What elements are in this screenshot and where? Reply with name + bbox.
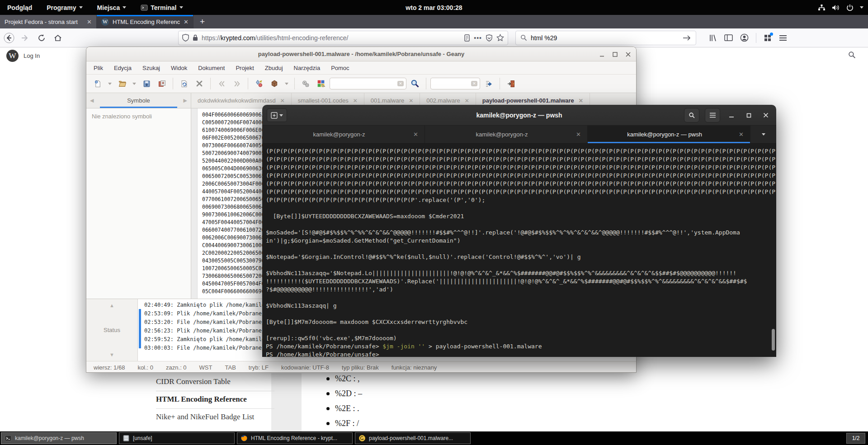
close-icon[interactable]: ✕	[184, 19, 189, 25]
sidebar-icon[interactable]	[724, 34, 733, 42]
close-icon[interactable]: ✕	[576, 131, 581, 138]
nav-forward-icon[interactable]	[230, 77, 244, 90]
build-icon[interactable]	[268, 77, 281, 90]
back-icon[interactable]	[2, 31, 16, 45]
execute-icon[interactable]	[299, 77, 312, 90]
nav-back-icon[interactable]	[215, 77, 228, 90]
extensions-icon[interactable]	[764, 34, 772, 42]
scroll-down-icon[interactable]: ▼	[109, 352, 114, 357]
tab-list-dropdown[interactable]	[750, 126, 776, 143]
page-search-icon[interactable]	[848, 51, 856, 59]
geany-titlebar[interactable]: payload-powershell-001.malware - /home/k…	[86, 47, 636, 61]
bookmark-star-icon[interactable]	[496, 34, 504, 42]
terminal-tab[interactable]: kamilek@porygon-z — pwsh✕	[588, 126, 750, 143]
menu-edycja[interactable]: Edycja	[114, 65, 132, 71]
terminal-menu-icon[interactable]	[705, 108, 720, 122]
menu-icon[interactable]	[779, 35, 787, 41]
taskbar-item[interactable]: kamilek@porygon-z — pwsh	[1, 432, 117, 444]
terminal-scrollbar[interactable]	[772, 329, 775, 351]
shield-icon[interactable]	[182, 34, 189, 42]
terminal-tab[interactable]: kamilek@porygon-z✕	[262, 126, 425, 143]
maximize-icon[interactable]	[613, 52, 618, 57]
menu-szukaj[interactable]: Szukaj	[142, 65, 160, 71]
applications-menu[interactable]: Programy	[39, 0, 90, 15]
search-icon[interactable]	[408, 77, 422, 90]
scroll-up-icon[interactable]: ▲	[109, 303, 114, 308]
close-icon[interactable]: ✕	[465, 98, 469, 104]
minimize-icon[interactable]	[599, 52, 604, 57]
open-file-icon[interactable]	[115, 77, 129, 90]
sidebar-link[interactable]: Nike+ and NikeFuel Badge List	[156, 409, 274, 426]
close-icon[interactable]: ✕	[413, 131, 418, 138]
pocket-icon[interactable]	[486, 34, 493, 42]
new-terminal-tab-button[interactable]	[267, 108, 287, 122]
close-icon[interactable]: ✕	[87, 19, 92, 25]
clear-entry-icon[interactable]: ✕	[397, 81, 404, 86]
taskbar-item[interactable]: HTML Encoding Reference - krypt...	[237, 432, 353, 444]
new-file-icon[interactable]	[91, 77, 104, 90]
taskbar-item[interactable]: payload-powershell-001.malware...	[355, 432, 471, 444]
status-tab[interactable]: Status	[104, 327, 120, 333]
new-tab-button[interactable]: +	[193, 15, 211, 28]
sidebar-link[interactable]: CIDR Conversion Table	[156, 374, 274, 391]
caret-down-icon[interactable]	[279, 114, 283, 117]
reader-mode-icon[interactable]	[464, 34, 470, 42]
close-icon[interactable]	[626, 52, 631, 57]
close-file-icon[interactable]	[193, 77, 206, 90]
close-icon[interactable]: ✕	[409, 98, 413, 104]
places-menu[interactable]: Miejsca	[90, 0, 134, 15]
home-icon[interactable]	[51, 31, 65, 45]
menu-projekt[interactable]: Projekt	[236, 65, 254, 71]
library-icon[interactable]	[709, 34, 717, 42]
tab-scroll-right-icon[interactable]: ▶	[184, 98, 187, 103]
terminal-search-icon[interactable]	[684, 108, 699, 122]
tab-scroll-left-icon[interactable]: ◀	[90, 98, 94, 103]
minimize-icon[interactable]	[726, 108, 737, 122]
goto-line-icon[interactable]	[482, 77, 495, 90]
color-chooser-icon[interactable]	[314, 77, 328, 90]
go-arrow-icon[interactable]	[682, 34, 691, 42]
firefox-tab-html-encoding[interactable]: W HTML Encoding Referenc ✕	[97, 15, 193, 28]
page-actions-icon[interactable]: •••	[474, 34, 482, 42]
save-all-icon[interactable]	[155, 77, 169, 90]
reload-icon[interactable]	[34, 31, 49, 45]
lock-icon[interactable]	[193, 34, 198, 41]
clear-entry-icon[interactable]: ✕	[471, 81, 477, 86]
search-input[interactable]: html %29	[531, 34, 679, 42]
wordpress-logo-icon[interactable]: W	[6, 50, 19, 62]
menu-narzędzia[interactable]: Narzędzia	[294, 65, 321, 71]
build-dropdown-icon[interactable]	[283, 77, 290, 90]
clock[interactable]: wto 2 mar 03:00:28	[406, 4, 462, 11]
account-icon[interactable]	[740, 33, 749, 42]
goto-entry[interactable]: ✕	[430, 78, 480, 89]
close-icon[interactable]: ✕	[353, 98, 358, 104]
search-bar[interactable]: html %29	[515, 31, 696, 45]
url-bar[interactable]: https://krypted.com/utilities/html-encod…	[178, 31, 508, 45]
compile-icon[interactable]	[252, 77, 266, 90]
sidebar-link[interactable]: HTML Encoding Reference	[156, 391, 274, 408]
activities-button[interactable]: Podgląd	[0, 0, 39, 15]
new-dropdown-icon[interactable]	[106, 77, 113, 90]
menu-pomoc[interactable]: Pomoc	[331, 65, 349, 71]
search-entry[interactable]: ✕	[330, 78, 406, 89]
close-icon[interactable]: ✕	[739, 131, 744, 138]
close-icon[interactable]: ✕	[579, 98, 583, 104]
menu-zbuduj[interactable]: Zbuduj	[265, 65, 283, 71]
menu-widok[interactable]: Widok	[171, 65, 187, 71]
taskbar-item[interactable]: [unsafe]	[119, 432, 235, 444]
save-icon[interactable]	[140, 77, 153, 90]
maximize-icon[interactable]	[743, 108, 755, 122]
terminal-titlebar[interactable]: kamilek@porygon-z — pwsh	[262, 105, 776, 126]
forward-icon[interactable]	[18, 31, 33, 45]
menu-dokument[interactable]: Dokument	[198, 65, 225, 71]
system-status-area[interactable]	[818, 0, 863, 15]
close-icon[interactable]: ✕	[280, 98, 285, 104]
firefox-tab-fedora[interactable]: Projekt Fedora - strona start ✕	[0, 15, 97, 28]
revert-icon[interactable]	[177, 77, 191, 90]
workspace-pager[interactable]: 1/2	[846, 433, 865, 444]
terminal-output[interactable]: (P(P(P(P(P(P(P(P(P(P(P(P(P(P(P(P(P(P(P(P…	[262, 144, 776, 357]
terminal-tab[interactable]: kamilek@porygon-z✕	[425, 126, 588, 143]
menu-plik[interactable]: Plik	[94, 65, 103, 71]
quit-icon[interactable]	[504, 77, 518, 90]
open-dropdown-icon[interactable]	[131, 77, 138, 90]
